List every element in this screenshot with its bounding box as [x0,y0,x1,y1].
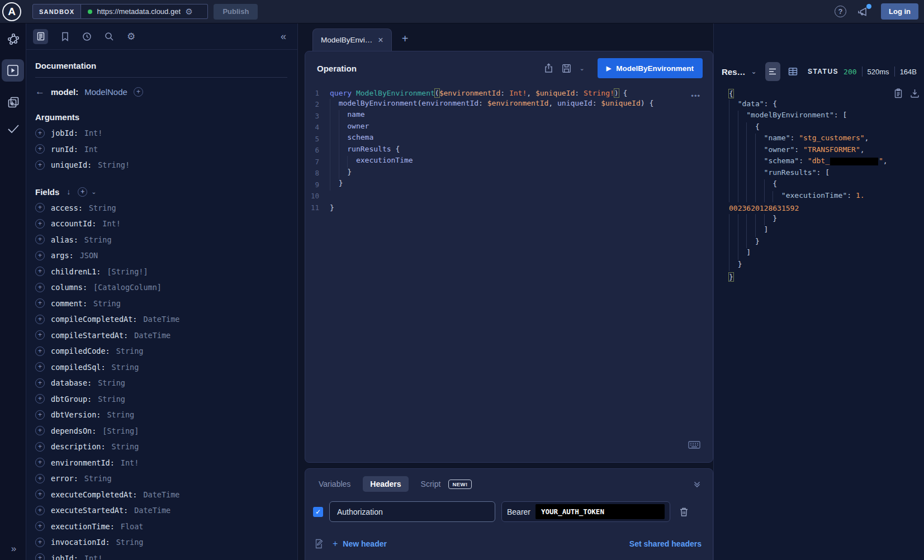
field-type[interactable]: String [84,235,112,244]
help-icon[interactable]: ? [835,6,846,17]
tab-script[interactable]: Script [421,480,441,488]
copy-response-icon[interactable] [894,88,903,98]
add-to-operation-button[interactable]: + [35,538,45,547]
field-row[interactable]: +alias:String [35,232,287,248]
field-row[interactable]: +dependsOn:[String] [35,423,287,439]
view-raw-toggle-icon[interactable] [765,62,780,81]
field-type[interactable]: DateTime [134,331,170,340]
field-row[interactable]: +access:String [35,200,287,216]
field-row[interactable]: +dbtGroup:String [35,391,287,407]
back-button[interactable]: ← [35,86,45,97]
field-type[interactable]: String [98,395,125,404]
add-to-operation-button[interactable]: + [35,330,45,340]
add-to-operation-button[interactable]: + [35,219,45,229]
new-header-button[interactable]: + New header [333,539,387,549]
field-row[interactable]: +compileStartedAt:DateTime [35,328,287,344]
close-tab-icon[interactable]: × [378,35,383,45]
add-to-operation-button[interactable]: + [35,315,45,324]
field-type[interactable]: String [116,347,144,355]
add-to-operation-button[interactable]: + [35,362,45,372]
expand-sidebar-icon[interactable]: » [0,543,26,554]
save-icon[interactable] [562,64,571,73]
field-row[interactable]: +compileCompletedAt:DateTime [35,311,287,328]
add-to-operation-button[interactable]: + [35,251,45,260]
add-to-operation-button[interactable]: + [35,426,45,435]
add-to-operation-button[interactable]: + [35,474,45,483]
save-menu-chevron-icon[interactable]: ⌄ [580,65,585,72]
field-type[interactable]: Float [121,522,144,531]
add-to-operation-button[interactable]: + [35,298,45,308]
response-title[interactable]: Res… [722,67,746,77]
doc-settings-icon[interactable]: ⚙ [127,31,135,42]
add-to-operation-button[interactable]: + [35,347,45,356]
documentation-tab-icon[interactable] [33,29,48,44]
run-operation-button[interactable]: ▶ ModelByEnvironment [598,58,703,78]
add-fields-chevron-icon[interactable]: ⌄ [91,188,96,196]
field-row[interactable]: +executeStartedAt:DateTime [35,502,287,519]
field-row[interactable]: +accountId:Int! [35,216,287,232]
login-button[interactable]: Log in [881,3,918,20]
endpoint-url-input[interactable] [97,7,181,16]
field-row[interactable]: +dbtVersion:String [35,407,287,423]
edit-document-icon[interactable] [314,539,324,549]
add-fields-button[interactable]: + [78,187,87,197]
field-type[interactable]: Int! [84,129,103,137]
field-type[interactable]: [CatalogColumn] [93,283,162,292]
announcements-icon[interactable] [857,6,870,17]
breadcrumb-type-link[interactable]: ModelNode [84,87,127,97]
field-type[interactable]: String [89,203,116,212]
checklist-icon[interactable] [0,123,26,135]
add-to-operation-button[interactable]: + [35,442,45,452]
field-row[interactable]: +compiledSql:String [35,359,287,376]
field-type[interactable]: DateTime [143,315,179,324]
field-type[interactable]: [String!] [107,267,148,276]
history-icon[interactable] [82,32,92,41]
sort-fields-icon[interactable]: ↓ [67,187,70,196]
field-type[interactable]: String [107,410,134,419]
bookmarks-icon[interactable] [61,32,69,41]
field-type[interactable]: Int! [121,458,139,467]
publish-button[interactable]: Publish [214,4,258,20]
field-row[interactable]: +jobId:Int! [35,550,287,560]
add-all-fields-button[interactable]: + [134,87,143,97]
delete-header-icon[interactable] [679,507,689,517]
field-row[interactable]: +description:String [35,439,287,455]
add-to-operation-button[interactable]: + [35,129,45,138]
field-type[interactable]: String [112,363,139,372]
field-type[interactable]: Int! [102,219,121,228]
field-type[interactable]: JSON [80,251,98,260]
add-to-operation-button[interactable]: + [35,490,45,499]
operation-collections-icon[interactable] [0,96,26,108]
add-to-operation-button[interactable]: + [35,410,45,420]
tab-headers[interactable]: Headers [363,476,408,492]
view-table-toggle-icon[interactable] [788,67,798,76]
argument-row[interactable]: +jobId:Int! [35,125,287,141]
field-row[interactable]: +error:String [35,471,287,487]
response-dropdown-chevron-icon[interactable]: ⌄ [751,68,757,75]
argument-row[interactable]: +runId:Int [35,141,287,158]
keyboard-shortcuts-icon[interactable] [688,441,700,449]
field-type[interactable]: String [98,378,125,387]
field-type[interactable]: String [112,442,139,451]
header-key-input[interactable] [329,501,495,522]
add-to-operation-button[interactable]: + [35,160,45,170]
add-to-operation-button[interactable]: + [35,458,45,467]
operation-editor[interactable]: 1query ModelByEnvironment($environmentId… [305,87,713,213]
add-to-operation-button[interactable]: + [35,235,45,244]
add-to-operation-button[interactable]: + [35,283,45,292]
add-to-operation-button[interactable]: + [35,378,45,388]
collapse-panel-icon[interactable]: « [281,31,286,42]
field-type[interactable]: Int [84,145,98,154]
header-value-field[interactable]: Bearer YOUR_AUTH_TOKEN [501,501,670,522]
add-to-operation-button[interactable]: + [35,394,45,404]
header-enabled-checkbox[interactable]: ✓ [313,507,323,517]
field-type[interactable]: String [93,299,121,308]
set-shared-headers-link[interactable]: Set shared headers [629,539,702,548]
field-row[interactable]: +environmentId:Int! [35,455,287,471]
explorer-icon[interactable] [2,59,24,82]
endpoint-settings-gear-icon[interactable]: ⚙ [185,7,192,17]
field-type[interactable]: String [84,474,112,483]
field-row[interactable]: +childrenL1:[String!] [35,264,287,280]
field-type[interactable]: Int! [84,554,103,560]
field-type[interactable]: DateTime [143,490,179,499]
